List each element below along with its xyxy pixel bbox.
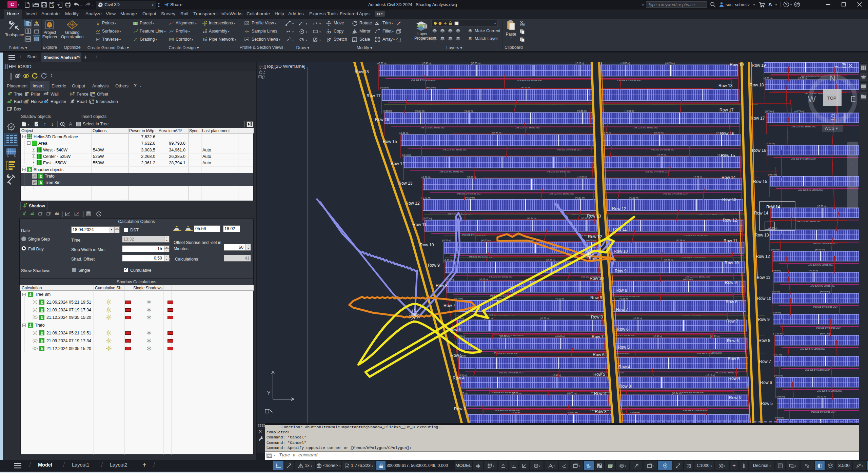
svg-text:Row 3: Row 3 [595, 409, 607, 414]
svg-text:(+0.40 m): (+0.40 m) [817, 395, 826, 398]
svg-text:Y: Y [267, 390, 271, 396]
svg-text:(+0.51 m): (+0.51 m) [575, 197, 585, 199]
svg-text:Row 3: Row 3 [454, 407, 466, 411]
svg-text:(+0.93 m): (+0.93 m) [665, 62, 675, 65]
svg-text:(+0.77 m): (+0.77 m) [540, 317, 549, 320]
svg-text:(+0.48 m): (+0.48 m) [815, 248, 825, 251]
svg-text:S: S [830, 112, 835, 122]
svg-text:Row 15: Row 15 [721, 153, 735, 158]
svg-text:(-0.65 m): (-0.65 m) [771, 290, 780, 293]
svg-text:Row 9: Row 9 [428, 263, 440, 268]
svg-text:Row 4: Row 4 [618, 365, 630, 369]
svg-text:Row 18: Row 18 [718, 83, 733, 88]
svg-text:(-0.63 m): (-0.63 m) [772, 269, 781, 272]
svg-text:(-0.26 m): (-0.26 m) [766, 142, 774, 145]
svg-text:Row 8: Row 8 [726, 300, 737, 304]
svg-text:Row 19: Row 19 [752, 63, 766, 68]
svg-text:Row 8: Row 8 [591, 315, 603, 320]
svg-text:Row 4: Row 4 [728, 376, 740, 381]
svg-text:Row 8: Row 8 [436, 283, 448, 288]
svg-text:(+0.94 m): (+0.94 m) [415, 110, 425, 112]
svg-text:Row 13: Row 13 [398, 181, 413, 186]
svg-text:Row 6: Row 6 [449, 327, 461, 332]
svg-text:(+0.13 m): (+0.13 m) [575, 62, 584, 65]
svg-text:Row 16: Row 16 [752, 148, 766, 153]
svg-text:Row 7: Row 7 [443, 303, 455, 308]
svg-text:Row 12: Row 12 [406, 201, 420, 206]
svg-text:Row 14: Row 14 [391, 161, 405, 166]
svg-text:(-0.61 m): (-0.61 m) [775, 416, 784, 419]
svg-text:Row 12: Row 12 [756, 254, 770, 259]
svg-text:Row 9: Row 9 [758, 317, 770, 322]
svg-text:(+0.30 m): (+0.30 m) [465, 197, 475, 199]
svg-text:(+0.56 m): (+0.56 m) [577, 110, 587, 112]
svg-text:(-0.51 m): (-0.51 m) [773, 353, 782, 356]
svg-text:Row 5: Row 5 [761, 401, 773, 406]
svg-text:(+0.57 m): (+0.57 m) [809, 269, 818, 272]
svg-text:(+0.30 m): (+0.30 m) [817, 205, 826, 208]
svg-text:Row 9: Row 9 [725, 280, 737, 285]
svg-text:Row 7: Row 7 [759, 359, 771, 364]
svg-text:(-0.41 m): (-0.41 m) [773, 332, 782, 335]
svg-text:Row 13: Row 13 [587, 214, 601, 219]
svg-text:(-0.87 m): (-0.87 m) [768, 173, 777, 176]
svg-text:Row 10: Row 10 [420, 243, 434, 247]
svg-text:Row 8: Row 8 [615, 288, 627, 293]
svg-text:Row 10: Row 10 [614, 249, 628, 254]
svg-text:(+0.29 m): (+0.29 m) [426, 86, 436, 89]
svg-text:Row 5: Row 5 [593, 372, 605, 377]
svg-text:Row 7: Row 7 [726, 319, 738, 324]
svg-text:Row 13: Row 13 [722, 197, 736, 202]
svg-text:Row 3: Row 3 [619, 384, 631, 389]
svg-text:Row 16: Row 16 [720, 131, 734, 136]
svg-text:Row 10: Row 10 [757, 296, 771, 301]
svg-text:Row 10: Row 10 [725, 261, 739, 265]
svg-text:Row 18: Row 18 [355, 69, 369, 74]
svg-text:(-0.83 m): (-0.83 m) [380, 86, 389, 89]
svg-text:(+0.84 m): (+0.84 m) [500, 335, 510, 338]
svg-text:Row 14: Row 14 [722, 175, 736, 180]
svg-text:[−][Top][2D Wireframe]: [−][Top][2D Wireframe] [259, 64, 305, 69]
svg-text:W: W [808, 95, 816, 104]
svg-text:E: E [850, 95, 856, 104]
svg-text:(+0.20 m): (+0.20 m) [464, 110, 473, 112]
svg-text:(-0.26 m): (-0.26 m) [442, 239, 451, 242]
svg-text:(-0.82 m): (-0.82 m) [771, 248, 780, 251]
svg-text:Row 18: Row 18 [750, 83, 764, 87]
svg-text:Row 12: Row 12 [588, 234, 602, 239]
svg-text:WCS ▾: WCS ▾ [825, 126, 838, 131]
svg-text:Row 12: Row 12 [612, 206, 626, 211]
svg-text:(-0.85 m): (-0.85 m) [768, 227, 777, 230]
svg-text:(+0.10 m): (+0.10 m) [555, 297, 564, 300]
svg-text:(-0.74 m): (-0.74 m) [421, 176, 430, 179]
svg-text:Row 17: Row 17 [367, 94, 381, 98]
svg-text:Row 6: Row 6 [760, 380, 772, 385]
svg-text:Row 15: Row 15 [753, 179, 767, 184]
svg-text:Row 15: Row 15 [383, 139, 397, 144]
svg-text:Row 6: Row 6 [727, 338, 739, 343]
svg-text:(+0.56 m): (+0.56 m) [629, 197, 638, 199]
svg-text:Row 9: Row 9 [590, 295, 602, 300]
svg-text:(+0.68 m): (+0.68 m) [619, 297, 628, 300]
svg-text:Row 11: Row 11 [724, 239, 737, 243]
svg-text:(+0.95 m): (+0.95 m) [625, 110, 634, 112]
svg-text:TOP: TOP [827, 96, 836, 101]
svg-text:Row 9: Row 9 [615, 269, 627, 273]
svg-text:Row 16: Row 16 [375, 117, 389, 122]
svg-text:Row 7: Row 7 [616, 307, 628, 312]
svg-text:Row 3: Row 3 [729, 395, 741, 400]
svg-text:(-0.63 m): (-0.63 m) [764, 77, 772, 80]
svg-text:(+0.45 m): (+0.45 m) [422, 62, 431, 65]
svg-text:Row 13: Row 13 [755, 233, 769, 238]
svg-text:Row 14: Row 14 [754, 211, 768, 215]
svg-text:Row 8: Row 8 [758, 338, 770, 343]
svg-text:Row 4: Row 4 [594, 391, 606, 396]
svg-text:JAB 525-540 Series 2x27: JAB 525-540 Series 2x27 [439, 170, 465, 173]
svg-text:Row 5: Row 5 [451, 353, 462, 358]
svg-text:(+0.19 m): (+0.19 m) [710, 335, 719, 338]
svg-text:(-0.81 m): (-0.81 m) [399, 132, 408, 135]
svg-text:Row 14: Row 14 [766, 205, 780, 209]
svg-text:(-0.58 m): (-0.58 m) [383, 110, 392, 112]
svg-text:(-0.69 m): (-0.69 m) [772, 311, 781, 314]
svg-text:Row 11: Row 11 [756, 275, 770, 280]
